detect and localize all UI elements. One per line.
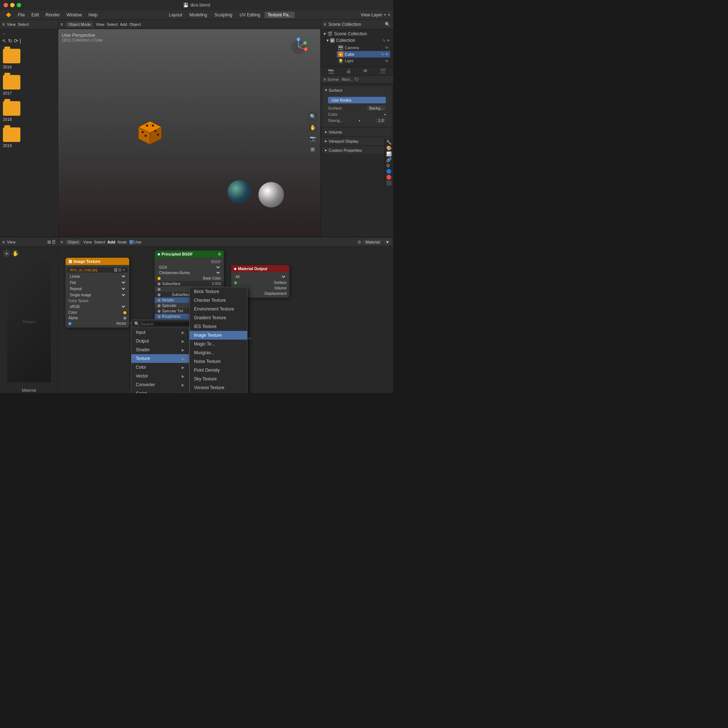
alpha-output-socket[interactable] — [123, 317, 126, 320]
workspace-tab-sculpting[interactable]: Sculpting — [211, 12, 235, 18]
add-color[interactable]: Color ▶ — [132, 363, 189, 372]
collection-item[interactable]: ▾ ■ Collection ✎ 👁 — [327, 38, 390, 43]
left-select-menu[interactable]: Select — [18, 22, 29, 27]
workspace-tab-texture[interactable]: Texture Pa... — [265, 12, 295, 18]
ctx-wave[interactable]: Wave Texture — [190, 392, 247, 393]
color-dot[interactable]: ● — [384, 113, 386, 116]
folder-2016[interactable]: 2016 — [3, 49, 55, 69]
dice-object[interactable] — [135, 118, 165, 147]
node-material-browse[interactable]: ▼ — [384, 240, 391, 245]
ctx-noise[interactable]: Noise Texture — [190, 357, 247, 366]
image-icons[interactable]: 🖼 ☰ × — [114, 268, 125, 272]
add-output[interactable]: Output ▶ — [132, 337, 189, 346]
select-menu[interactable]: Select — [107, 22, 118, 27]
prop-icon-8[interactable]: ⬛ — [386, 180, 392, 186]
grid-icon[interactable]: ⊞ — [308, 145, 317, 154]
source-select[interactable]: Single Image — [69, 293, 126, 297]
vector-input-socket[interactable] — [69, 322, 71, 325]
maximize-button[interactable] — [17, 3, 21, 7]
extension-select[interactable]: Repeat — [69, 286, 126, 291]
tool-select[interactable]: ↖ — [2, 38, 6, 44]
node-view-menu[interactable]: View — [83, 240, 92, 244]
use-checkbox[interactable]: ✓ — [129, 240, 134, 244]
menu-window[interactable]: Window — [63, 12, 85, 18]
prop-icon-7[interactable]: 🔴 — [386, 175, 392, 180]
prop-render-icon[interactable]: 📷 — [328, 68, 334, 74]
close-button[interactable] — [4, 3, 8, 7]
ctx-sky[interactable]: Sky Texture — [190, 375, 247, 383]
mode-selector[interactable]: Object Mode — [65, 21, 93, 27]
node-add-menu[interactable]: Add — [107, 240, 115, 244]
left-editor-type-icon[interactable]: ≡ — [2, 22, 5, 27]
ctx-gradient[interactable]: Gradient Texture — [190, 314, 247, 322]
node-editor-type-icon2[interactable]: ≡ — [60, 240, 63, 245]
zoom-icon[interactable]: 🔍 — [308, 112, 317, 121]
use-nodes-button[interactable]: Use Nodes — [328, 97, 386, 103]
menu-blender[interactable]: 🔶 — [3, 12, 14, 18]
tool-bookmark[interactable]: | — [20, 38, 21, 44]
add-menu-search[interactable]: 🔍 — [132, 320, 189, 328]
ctx-musgrave[interactable]: Musgrav... — [190, 348, 247, 357]
prop-icon-4[interactable]: 🔗 — [386, 157, 392, 162]
node-view-label[interactable]: View — [7, 240, 16, 244]
add-shader[interactable]: Shader ▶ — [132, 346, 189, 354]
hand-tool-icon[interactable]: ✋ — [12, 250, 19, 257]
view-menu[interactable]: View — [96, 22, 104, 27]
specular-tint-socket[interactable] — [158, 310, 161, 313]
tool-filter[interactable]: ⟳ — [14, 38, 18, 44]
add-texture[interactable]: Texture ▶ — [132, 354, 189, 363]
workspace-tab-layout[interactable]: Layout — [166, 12, 185, 18]
subsurface-color-socket[interactable] — [158, 294, 161, 296]
minimize-button[interactable] — [10, 3, 15, 7]
ctx-voronoi[interactable]: Voronoi Texture — [190, 383, 247, 392]
view-layer-add-icon[interactable]: + — [384, 12, 386, 17]
tool-rotate[interactable]: ↻ — [8, 38, 12, 44]
node-material-selector[interactable]: Material — [362, 240, 382, 245]
base-color-socket[interactable] — [158, 277, 161, 280]
node-thumb-list-icon[interactable]: ☰ — [52, 240, 56, 245]
search-input[interactable] — [141, 322, 191, 326]
prop-editor-icon[interactable]: ≡ — [324, 77, 326, 81]
prop-scene-icon[interactable]: 🎬 — [380, 68, 386, 74]
menu-render[interactable]: Render — [43, 12, 63, 18]
zoom-in-icon[interactable]: + — [3, 250, 10, 257]
add-script[interactable]: Script ▶ — [132, 389, 189, 393]
node-mode-sphere[interactable]: ⊙ — [358, 240, 361, 245]
metallic-socket[interactable] — [158, 299, 161, 302]
christensen-select[interactable]: Christensen-Burley — [158, 271, 221, 275]
viewport-display-header[interactable]: ▸ Viewport Display — [322, 137, 392, 145]
image-texture-node[interactable]: 🖼 Image Texture dice_uv_map.jpg 🖼 ☰ × Li… — [66, 258, 129, 327]
prop-icon-3[interactable]: 📊 — [386, 151, 392, 156]
object-menu[interactable]: Object — [129, 22, 141, 27]
view-layer-remove-icon[interactable]: × — [388, 12, 390, 17]
ctx-point[interactable]: Point Density — [190, 366, 247, 375]
editor-type-icon[interactable]: ≡ — [60, 22, 63, 27]
texture-submenu[interactable]: Brick Texture Checker Texture Environmen… — [189, 287, 248, 393]
left-view-menu[interactable]: View — [7, 22, 16, 27]
outliner-camera[interactable]: 📷 Camera 👁 — [337, 44, 390, 51]
viewport-gizmo[interactable]: Z Y X — [288, 37, 309, 58]
image-texture-filename[interactable]: dice_uv_map.jpg — [70, 268, 98, 272]
menu-edit[interactable]: Edit — [28, 12, 42, 18]
surface-input-socket[interactable] — [234, 281, 237, 284]
prop-icon-2[interactable]: 🎨 — [386, 145, 392, 151]
outliner-cube[interactable]: ■ Cube ✎ 👁 — [337, 51, 390, 58]
workspace-tab-modeling[interactable]: Modeling — [187, 12, 210, 18]
node-canvas[interactable]: 🖼 Image Texture dice_uv_map.jpg 🖼 ☰ × Li… — [58, 247, 393, 393]
ctx-ies[interactable]: IES Texture — [190, 322, 247, 331]
color-output-socket[interactable] — [123, 311, 126, 314]
menu-help[interactable]: Help — [86, 12, 101, 18]
prop-view-icon[interactable]: 👁 — [363, 68, 368, 74]
add-input[interactable]: Input ▶ — [132, 328, 189, 337]
add-menu-popup[interactable]: 🔍 Input ▶ Output ▶ Shader ▶ Texture — [131, 320, 189, 393]
viewport[interactable]: ≡ Object Mode View Select Add Object Use… — [58, 20, 320, 237]
projection-select[interactable]: Flat — [69, 280, 126, 285]
ggx-select[interactable]: GGX — [158, 265, 221, 270]
camera-view-icon[interactable]: 📷 — [308, 134, 317, 143]
node-node-menu[interactable]: Node — [117, 240, 127, 244]
node-obj-mode[interactable]: Object — [65, 240, 81, 245]
ctx-environment[interactable]: Environment Texture — [190, 305, 247, 314]
prop-output-icon[interactable]: 🖨 — [346, 68, 351, 74]
workspace-tab-uv[interactable]: UV Editing — [237, 12, 263, 18]
roughness-socket[interactable] — [158, 315, 161, 318]
